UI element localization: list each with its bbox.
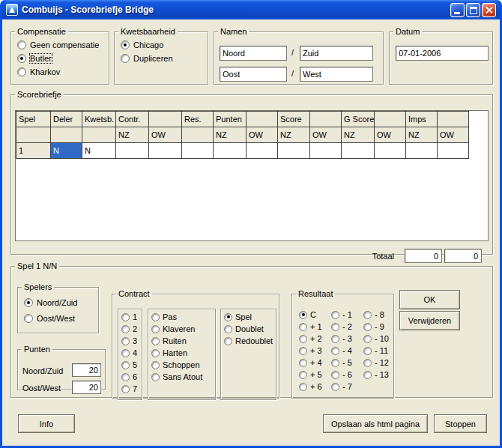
grid-cell[interactable]	[406, 143, 438, 159]
radio-icon	[224, 325, 232, 333]
radio-result-plus-3[interactable]: + 3	[299, 346, 322, 355]
grid-cell[interactable]	[278, 143, 310, 159]
radio-icon	[151, 337, 160, 345]
radio-icon	[299, 311, 307, 319]
radio-kharkov[interactable]: Kharkov	[17, 67, 109, 76]
radio-chicago[interactable]: Chicago	[121, 40, 208, 49]
radio-result-plus-4[interactable]: + 4	[299, 358, 322, 367]
radio-icon	[363, 347, 372, 355]
ok-button[interactable]: OK	[399, 290, 460, 309]
radio-geen-compensatie[interactable]: Geen compensatie	[17, 40, 109, 49]
group-contract: Contract 1 2 3 4 5 6 7 Pas Klaveren Ruit…	[112, 289, 279, 399]
grid-cell[interactable]	[247, 143, 278, 159]
grid-header-cell: G Score	[342, 112, 375, 127]
grid-header-cell: NZ	[342, 127, 375, 143]
radio-pas[interactable]: Pas	[151, 312, 215, 321]
radio-dupliceren[interactable]: Dupliceren	[121, 53, 208, 63]
grid-header-cell: Contr.	[116, 112, 149, 127]
radio-result-plus-2[interactable]: + 2	[299, 334, 322, 343]
radio-result-min-12[interactable]: - 12	[363, 358, 389, 367]
radio-result-min-3[interactable]: - 3	[331, 334, 352, 343]
grid-cell-deler-selected[interactable]: N	[51, 143, 82, 159]
boat-sail-icon	[9, 7, 15, 13]
verwijderen-button[interactable]: Verwijderen	[399, 311, 460, 330]
info-button[interactable]: Info	[18, 414, 75, 433]
grid-cell[interactable]	[438, 143, 469, 159]
grid-cell[interactable]	[116, 143, 149, 159]
grid-header-cell: OW	[438, 127, 469, 143]
client-area: Compensatie Geen compensatie Butler Khar…	[2, 19, 500, 446]
grid-cell-kwetsb[interactable]: N	[82, 143, 116, 159]
grid-cell-spel[interactable]: 1	[16, 143, 51, 159]
radio-harten[interactable]: Harten	[151, 348, 215, 357]
radio-spelers-noord-zuid[interactable]: Noord/Zuid	[24, 297, 98, 307]
radio-icon	[17, 54, 26, 63]
radio-result-min-11[interactable]: - 11	[363, 346, 389, 355]
radio-level-6[interactable]: 6	[121, 372, 142, 381]
radio-level-1[interactable]: 1	[121, 312, 142, 321]
radio-result-min-5[interactable]: - 5	[331, 358, 352, 367]
punten-ow-input[interactable]	[72, 381, 101, 394]
grid-cell[interactable]	[310, 143, 342, 159]
radio-result-min-8[interactable]: - 8	[363, 310, 389, 319]
radio-result-plus-5[interactable]: + 5	[299, 370, 322, 379]
radio-icon	[121, 54, 130, 63]
radio-icon	[363, 323, 372, 331]
maximize-button[interactable]	[466, 3, 480, 17]
radio-butler[interactable]: Butler	[17, 53, 109, 63]
radio-level-7[interactable]: 7	[121, 384, 142, 393]
grid-cell[interactable]	[182, 143, 214, 159]
titlebar[interactable]: Combuijs - Scorebriefje Bridge	[2, 0, 500, 19]
oost-input[interactable]	[220, 67, 287, 82]
radio-result-min-10[interactable]: - 10	[363, 334, 389, 343]
radio-result-min-7[interactable]: - 7	[331, 382, 352, 391]
datum-input[interactable]	[396, 46, 489, 61]
punten-ow-label: Oost/West	[22, 384, 61, 393]
group-scorebriefje: Scorebriefje Spel Deler Kwetsb.	[10, 90, 493, 255]
stoppen-button[interactable]: Stoppen	[434, 414, 487, 433]
radio-sans-atout[interactable]: Sans Atout	[151, 372, 215, 381]
radio-result-min-2[interactable]: - 2	[331, 322, 352, 331]
radio-result-min-4[interactable]: - 4	[331, 346, 352, 355]
radio-ruiten[interactable]: Ruiten	[151, 336, 215, 345]
opslaan-als-html-button[interactable]: Opslaan als html pagina	[323, 414, 428, 433]
radio-result-min-6[interactable]: - 6	[331, 370, 352, 379]
radio-level-5[interactable]: 5	[121, 360, 142, 369]
close-button[interactable]	[482, 3, 496, 17]
punten-nz-label: Noord/Zuid	[22, 366, 63, 375]
radio-result-plus-6[interactable]: + 6	[299, 382, 322, 391]
radio-icon	[363, 359, 372, 367]
grid-cell[interactable]	[342, 143, 375, 159]
radio-result-plus-1[interactable]: + 1	[299, 322, 322, 331]
grid-header-cell: OW	[310, 127, 342, 143]
radio-redoublet[interactable]: Redoublet	[224, 336, 276, 345]
group-datum-label: Datum	[393, 27, 422, 36]
radio-level-4[interactable]: 4	[121, 348, 142, 357]
radio-spel[interactable]: Spel	[224, 312, 276, 321]
grid-header-cell	[16, 127, 51, 143]
radio-result-min-13[interactable]: - 13	[363, 370, 389, 379]
contract-modifier-panel: Spel Doublet Redoublet	[220, 309, 276, 400]
grid-cell[interactable]	[375, 143, 406, 159]
radio-spelers-oost-west[interactable]: Oost/West	[24, 313, 98, 323]
radio-icon	[363, 311, 372, 319]
radio-result-c[interactable]: C	[299, 310, 322, 319]
radio-result-min-9[interactable]: - 9	[363, 322, 389, 331]
radio-result-min-1[interactable]: - 1	[331, 310, 352, 319]
resultaat-column-3: - 8 - 9 - 10 - 11 - 12 - 13	[363, 307, 389, 379]
radio-level-3[interactable]: 3	[121, 336, 142, 345]
radio-klaveren[interactable]: Klaveren	[151, 324, 215, 333]
punten-nz-input[interactable]	[72, 363, 101, 377]
minimize-button[interactable]	[450, 3, 465, 17]
noord-input[interactable]	[220, 46, 287, 61]
west-input[interactable]	[300, 67, 373, 82]
radio-icon	[299, 323, 307, 331]
grid-cell[interactable]	[149, 143, 182, 159]
zuid-input[interactable]	[300, 46, 373, 61]
radio-level-2[interactable]: 2	[121, 324, 142, 333]
radio-icon	[24, 298, 33, 307]
grid-cell[interactable]	[214, 143, 247, 159]
radio-doublet[interactable]: Doublet	[224, 324, 276, 333]
radio-icon	[151, 313, 160, 321]
radio-schoppen[interactable]: Schoppen	[151, 360, 215, 369]
